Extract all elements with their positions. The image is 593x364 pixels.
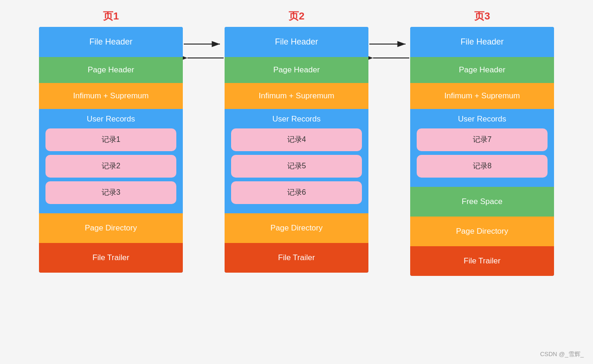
page1-record-3: 记录3 bbox=[45, 181, 176, 204]
page2-record-1: 记录4 bbox=[231, 128, 362, 151]
page3-page-header: Page Header bbox=[410, 57, 554, 83]
page3-user-records-label: User Records bbox=[417, 115, 548, 124]
page3-label: 页3 bbox=[474, 10, 490, 22]
page2-user-records-label: User Records bbox=[231, 115, 362, 124]
page3-infimum: Infimum + Supremum bbox=[410, 83, 554, 109]
arrow-backward-2 bbox=[368, 51, 410, 65]
page3-user-records: User Records 记录7 记录8 bbox=[410, 109, 554, 187]
page2-file-header: File Header bbox=[225, 27, 368, 57]
page3-free-space: Free Space bbox=[410, 187, 554, 217]
page3-record-1: 记录7 bbox=[417, 128, 548, 151]
page2-label: 页2 bbox=[289, 10, 304, 22]
page2-page-directory: Page Directory bbox=[225, 213, 368, 243]
page1-block: File Header Page Header Infimum + Suprem… bbox=[39, 27, 183, 273]
arrow-backward-1 bbox=[183, 51, 225, 65]
page3-record-2: 记录8 bbox=[417, 155, 548, 178]
page3-page-directory: Page Directory bbox=[410, 217, 554, 246]
main-container: 页1 页2 页3 File Header Page Header Infimum… bbox=[0, 0, 593, 364]
page3-file-trailer: File Trailer bbox=[410, 246, 554, 276]
page2-record-2: 记录5 bbox=[231, 155, 362, 178]
page2-block: File Header Page Header Infimum + Suprem… bbox=[225, 27, 368, 273]
page1-record-2: 记录2 bbox=[45, 155, 176, 178]
arrow-forward-2 bbox=[368, 37, 410, 51]
page2-record-3: 记录6 bbox=[231, 181, 362, 204]
page1-file-header: File Header bbox=[39, 27, 183, 57]
page1-file-trailer: File Trailer bbox=[39, 243, 183, 273]
page1-page-directory: Page Directory bbox=[39, 213, 183, 243]
page2-user-records: User Records 记录4 记录5 记录6 bbox=[225, 109, 368, 213]
arrow-forward-1 bbox=[183, 37, 225, 51]
arrows-1-2 bbox=[183, 27, 225, 65]
watermark: CSDN @_雪辉_ bbox=[540, 350, 584, 358]
page3-block: File Header Page Header Infimum + Suprem… bbox=[410, 27, 554, 276]
page1-page-header: Page Header bbox=[39, 57, 183, 83]
page1-label: 页1 bbox=[103, 10, 119, 22]
page2-infimum: Infimum + Supremum bbox=[225, 83, 368, 109]
page2-file-trailer: File Trailer bbox=[225, 243, 368, 273]
page1-user-records: User Records 记录1 记录2 记录3 bbox=[39, 109, 183, 213]
page1-infimum: Infimum + Supremum bbox=[39, 83, 183, 109]
page1-record-1: 记录1 bbox=[45, 128, 176, 151]
page1-user-records-label: User Records bbox=[45, 115, 176, 124]
page3-file-header: File Header bbox=[410, 27, 554, 57]
page2-page-header: Page Header bbox=[225, 57, 368, 83]
arrows-2-3 bbox=[368, 27, 410, 65]
